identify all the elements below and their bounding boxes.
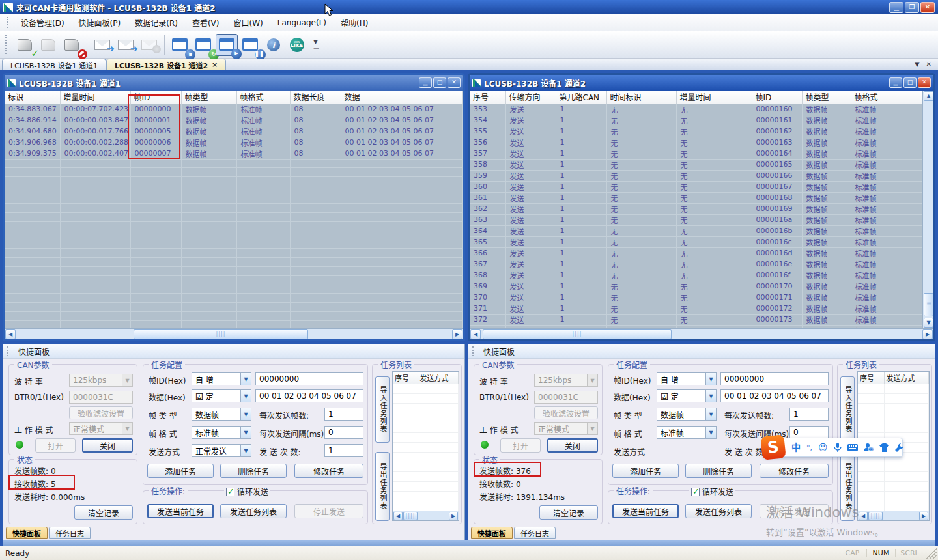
- keyboard-icon[interactable]: [847, 444, 858, 451]
- toolbar-grip[interactable]: [5, 35, 8, 54]
- delete-task-button[interactable]: 删除任务: [685, 464, 752, 478]
- table-row[interactable]: 0:34.883.06700:00:07.702.42300000000数据帧标…: [5, 104, 463, 115]
- column-header[interactable]: 数据长度: [290, 91, 341, 104]
- menu-data-record[interactable]: 数据记录(R): [128, 15, 185, 30]
- hscroll-thumb[interactable]: [134, 329, 308, 339]
- menubar-grip[interactable]: [7, 17, 10, 29]
- scroll-right-icon[interactable]: ▶: [922, 329, 933, 339]
- add-task-button[interactable]: 添加任务: [147, 464, 214, 478]
- frame-id-mode-select[interactable]: 自 增▼: [657, 372, 717, 385]
- send-mode-select[interactable]: 正常发送▼: [192, 444, 251, 457]
- column-header[interactable]: 帧类型: [802, 91, 851, 104]
- clear-records-button[interactable]: 清空记录: [539, 505, 598, 520]
- column-header[interactable]: 帧格式: [851, 91, 922, 104]
- table-row[interactable]: 363发送1无无0000016a数据帧标准帧: [470, 214, 922, 225]
- table-row[interactable]: 358发送1无无00000165数据帧标准帧: [470, 159, 922, 170]
- column-header[interactable]: 增量时间: [60, 91, 130, 104]
- table-row[interactable]: 359发送1无无00000166数据帧标准帧: [470, 170, 922, 181]
- save-data-button[interactable]: ▪: [169, 34, 191, 56]
- column-header[interactable]: 发送方式: [418, 372, 459, 384]
- punctuation-icon[interactable]: °,: [806, 444, 812, 451]
- ime-toolbar[interactable]: S 中 °, ☺ 22: [763, 438, 903, 457]
- open-device-button[interactable]: ✓: [14, 34, 36, 56]
- column-header[interactable]: 第几路CAN: [556, 91, 606, 104]
- table-row[interactable]: 0:34.909.37500:00:00.002.40700000007数据帧标…: [5, 148, 463, 159]
- table-row[interactable]: 361发送1无无00000168数据帧标准帧: [470, 192, 922, 203]
- send-task-list-button[interactable]: 发送任务列表: [220, 504, 287, 518]
- frame-id-field[interactable]: 00000000: [255, 372, 363, 385]
- column-header[interactable]: 时间标识: [606, 91, 676, 104]
- panel-grip[interactable]: [472, 346, 476, 356]
- sogou-logo-icon[interactable]: S: [760, 434, 786, 460]
- frame-id-mode-select[interactable]: 自 增▼: [192, 372, 251, 385]
- about-button[interactable]: i: [263, 34, 285, 56]
- table-row[interactable]: 360发送1无无00000167数据帧标准帧: [470, 181, 922, 192]
- column-header[interactable]: 序号: [470, 91, 505, 104]
- column-header[interactable]: 帧ID: [752, 91, 802, 104]
- menu-language[interactable]: Language(L): [270, 16, 334, 29]
- send-count-field[interactable]: 1: [324, 444, 363, 457]
- child2-titlebar[interactable]: LCUSB-132B 设备1 通道2 ▁ □ ✕: [470, 75, 933, 91]
- column-header[interactable]: 标识: [5, 91, 60, 104]
- microphone-icon[interactable]: [834, 443, 842, 453]
- export-task-list-button[interactable]: 导出任务列表: [840, 452, 855, 521]
- loop-send-checkbox[interactable]: 循环发送: [689, 486, 735, 497]
- import-task-list-button[interactable]: 导入任务列表: [840, 376, 855, 443]
- frame-format-select[interactable]: 标准帧▼: [192, 426, 251, 439]
- column-header[interactable]: 序号: [393, 372, 418, 384]
- child1-close-button[interactable]: ✕: [448, 77, 461, 88]
- emoji-icon[interactable]: ☺: [818, 443, 828, 452]
- child2-hscrollbar[interactable]: ◀ ▶: [470, 328, 933, 339]
- table-row[interactable]: 366发送1无无0000016d数据帧标准帧: [470, 247, 922, 259]
- panel-tab-quick[interactable]: 快捷面板: [6, 527, 48, 539]
- send-interval-field[interactable]: 0: [324, 426, 363, 439]
- table-row[interactable]: 368发送1无无0000016f数据帧标准帧: [470, 270, 922, 281]
- scroll-right-icon[interactable]: ▶: [452, 329, 462, 339]
- start-monitor-button[interactable]: ▶: [216, 34, 238, 56]
- auto-refresh-button[interactable]: ↻: [192, 34, 214, 56]
- column-header[interactable]: 帧格式: [236, 91, 290, 104]
- menu-view[interactable]: 查看(V): [185, 15, 227, 30]
- column-header[interactable]: 数据: [341, 91, 463, 104]
- menu-window[interactable]: 窗口(W): [227, 15, 270, 30]
- panel-tab-quick[interactable]: 快捷面板: [471, 527, 513, 539]
- panel-grip[interactable]: [7, 346, 10, 356]
- scroll-left-icon[interactable]: ◀: [393, 512, 403, 520]
- checkbox-checked-icon[interactable]: [226, 488, 234, 496]
- table-row[interactable]: 0:34.904.68000:00:00.017.76600000005数据帧标…: [5, 126, 463, 137]
- column-header[interactable]: 帧ID: [130, 91, 181, 104]
- column-header[interactable]: 序号: [858, 372, 884, 384]
- minimize-button[interactable]: ▁: [889, 2, 903, 13]
- menu-device-manage[interactable]: 设备管理(D): [14, 15, 72, 30]
- table-row[interactable]: 371发送1无无00000172数据帧标准帧: [470, 303, 922, 314]
- panel-tab-log[interactable]: 任务日志: [49, 527, 91, 539]
- send-current-task-button[interactable]: 发送当前任务: [147, 504, 214, 518]
- table-row[interactable]: 370发送1无无00000171数据帧标准帧: [470, 292, 922, 303]
- vscroll-thumb[interactable]: [924, 293, 933, 316]
- data-mode-select[interactable]: 固 定▼: [657, 389, 717, 402]
- modify-task-button[interactable]: 修改任务: [294, 464, 363, 478]
- table-row[interactable]: 364发送1无无0000016b数据帧标准帧: [470, 225, 922, 236]
- table-row[interactable]: 367发送1无无0000016e数据帧标准帧: [470, 259, 922, 270]
- send-interval-field[interactable]: 0: [789, 426, 829, 439]
- add-task-button[interactable]: 添加任务: [612, 464, 679, 478]
- pause-monitor-button[interactable]: ▌▌: [239, 34, 261, 56]
- child1-minimize-button[interactable]: ▁: [419, 77, 432, 88]
- tab-close-all-icon[interactable]: ✕: [926, 61, 931, 68]
- hscroll-thumb[interactable]: [403, 512, 418, 520]
- child2-close-button[interactable]: ✕: [918, 77, 931, 88]
- clear-records-button[interactable]: 清空记录: [74, 505, 133, 520]
- close-button[interactable]: ✕: [920, 2, 935, 13]
- child2-vscrollbar[interactable]: ▲ ▼: [922, 91, 933, 328]
- scroll-left-icon[interactable]: ◀: [5, 329, 16, 339]
- child1-hscrollbar[interactable]: ◀ ▶: [5, 328, 463, 339]
- frame-type-select[interactable]: 数据帧▼: [657, 408, 717, 421]
- scroll-left-icon[interactable]: ◀: [470, 329, 481, 339]
- table-row[interactable]: 0:34.906.96800:00:00.002.28800000006数据帧标…: [5, 137, 463, 148]
- table-row[interactable]: 0:34.886.91400:00:00.003.84700000001数据帧标…: [5, 115, 463, 126]
- data-field[interactable]: 00 01 02 03 04 05 06 07: [720, 389, 829, 402]
- task-list-hscrollbar[interactable]: ◀ ▶: [393, 511, 459, 520]
- data-mode-select[interactable]: 固 定▼: [192, 389, 251, 402]
- delete-task-button[interactable]: 删除任务: [220, 464, 287, 478]
- table-row[interactable]: 372发送1无无00000173数据帧标准帧: [470, 314, 922, 325]
